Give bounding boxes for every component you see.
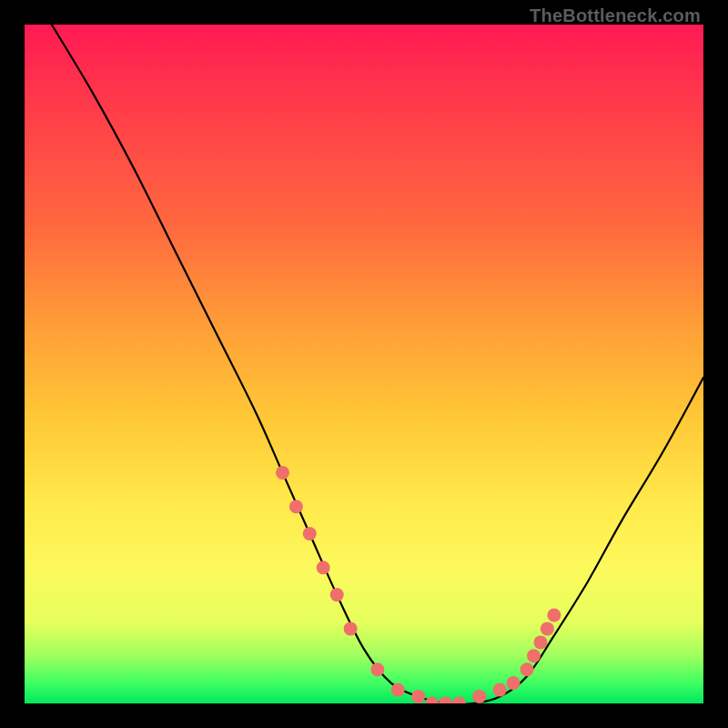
highlight-dot <box>303 527 317 541</box>
highlight-dot <box>276 466 289 480</box>
highlight-dot <box>507 676 521 690</box>
highlight-dot <box>425 697 439 704</box>
highlight-dots-group <box>276 466 561 703</box>
highlight-dot <box>541 622 554 635</box>
highlight-dot <box>527 649 541 662</box>
highlight-dot <box>370 662 384 676</box>
highlight-dot <box>330 588 344 602</box>
plot-area <box>25 25 703 703</box>
highlight-dot <box>493 683 507 697</box>
highlight-dot <box>317 561 330 574</box>
bottleneck-curve-line <box>52 25 703 703</box>
highlight-dot <box>289 500 303 513</box>
highlight-dot <box>411 690 425 703</box>
highlight-dot <box>472 690 486 703</box>
highlight-dot <box>547 609 561 622</box>
curve-svg <box>25 25 703 703</box>
attribution-text: TheBottleneck.com <box>530 5 701 26</box>
highlight-dot <box>521 662 534 676</box>
highlight-dot <box>534 635 548 649</box>
highlight-dot <box>344 622 358 635</box>
highlight-dot <box>452 697 466 704</box>
highlight-dot <box>439 697 452 704</box>
chart-frame: TheBottleneck.com <box>0 0 728 728</box>
highlight-dot <box>391 683 405 697</box>
